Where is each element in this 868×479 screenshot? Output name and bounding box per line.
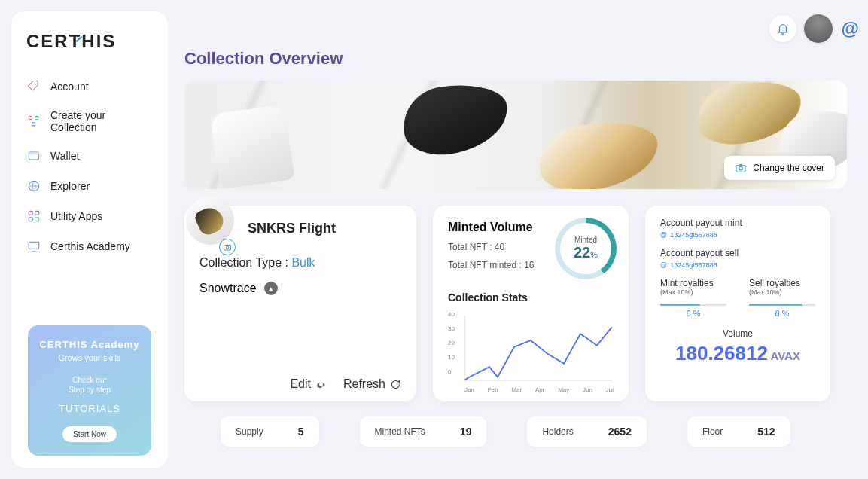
svg-rect-9: [29, 218, 32, 221]
sidebar-item-certhis-academy[interactable]: Certhis Academy: [19, 231, 160, 261]
edit-button[interactable]: Edit: [290, 377, 327, 391]
sidebar-item-label: Account: [50, 81, 89, 93]
svg-rect-7: [29, 211, 32, 215]
svg-point-13: [739, 166, 743, 170]
academy-tutorials: TUTORIALS: [35, 403, 144, 414]
collection-cover: Change the cover: [184, 81, 847, 189]
sidebar-item-label: Create your Collection: [50, 109, 153, 133]
total-minted-row: Total NFT minted : 16: [448, 260, 535, 270]
academy-subtitle: Grows your skills: [35, 353, 144, 362]
academy-promo-card: CERTHIS Academy Grows your skills Check …: [28, 325, 151, 456]
sidebar-item-wallet[interactable]: Wallet: [19, 141, 160, 171]
payout-mint-label: Account payout mint: [660, 218, 815, 228]
camera-icon: [223, 243, 232, 252]
sidebar-item-label: Wallet: [50, 150, 79, 162]
edit-thumbnail-button[interactable]: [219, 239, 236, 255]
mention-icon[interactable]: @: [842, 18, 859, 39]
svg-rect-1: [29, 116, 32, 119]
camera-icon: [735, 162, 747, 174]
collection-type-value: Bulk: [288, 256, 315, 269]
tag-icon: [26, 79, 41, 94]
academy-logo: CERTHIS Academy: [35, 339, 144, 350]
monitor-icon: [26, 239, 41, 254]
sell-royalties: Sell royalties (Max 10%) 8 %: [749, 278, 815, 318]
page-title: Collection Overview: [184, 49, 868, 69]
brand-logo: CERTHIS: [19, 26, 160, 72]
payout-sell-address[interactable]: @13245gt567888: [660, 261, 815, 269]
svg-rect-2: [35, 116, 38, 119]
payout-card: Account payout mint @13245gt567888 Accou…: [645, 206, 830, 401]
svg-rect-3: [32, 123, 35, 126]
svg-point-0: [35, 84, 37, 85]
collection-type-row: Collection Type : Bulk: [199, 256, 401, 270]
sidebar-item-create-collection[interactable]: Create your Collection: [19, 102, 160, 141]
collection-thumbnail: [186, 197, 234, 245]
sidebar-item-label: Explorer: [50, 180, 90, 192]
mini-holders: Holders2652: [527, 416, 647, 447]
sidebar-item-explorer[interactable]: Explorer: [19, 171, 160, 201]
academy-line1: Check our: [35, 376, 144, 384]
mini-floor: Floor512: [687, 416, 790, 447]
payout-sell-label: Account payout sell: [660, 248, 815, 258]
change-cover-label: Change the cover: [753, 163, 824, 173]
academy-start-button[interactable]: Start Now: [62, 426, 117, 442]
svg-point-15: [226, 246, 229, 249]
collection-name: SNKRS Flight: [248, 221, 401, 236]
snowtrace-link[interactable]: Snowtrace ▲: [199, 282, 401, 295]
collection-info-card: SNKRS Flight Collection Type : Bulk Snow…: [184, 206, 416, 401]
change-cover-button[interactable]: Change the cover: [724, 156, 835, 180]
collection-stats-heading: Collection Stats: [448, 291, 614, 304]
payout-mint-address[interactable]: @13245gt567888: [660, 231, 815, 239]
globe-icon: [26, 178, 41, 194]
mint-royalties: Mint royalties (Max 10%) 6 %: [660, 278, 726, 318]
bell-icon: [776, 22, 790, 35]
sidebar-item-label: Utility Apps: [50, 210, 102, 222]
mini-minted-nfts: Minted NFTs19: [360, 416, 487, 447]
mini-supply: Supply5: [221, 416, 319, 447]
sidebar: CERTHIS Account Create your Collection W…: [11, 11, 168, 468]
minted-heading: Minted Volume: [448, 221, 535, 234]
sidebar-nav: Account Create your Collection Wallet Ex…: [19, 72, 160, 261]
minted-donut: Minted 22%: [555, 218, 617, 279]
collection-stats-chart: 403020100 JanFebMarAprMayJunJul: [448, 311, 614, 386]
volume-label: Volume: [660, 328, 815, 339]
svg-rect-11: [29, 242, 38, 249]
total-nft-row: Total NFT : 40: [448, 242, 535, 252]
gear-icon: [315, 379, 327, 390]
refresh-icon: [390, 379, 401, 390]
user-avatar[interactable]: [804, 14, 833, 43]
mini-stats-row: Supply5 Minted NFTs19 Holders2652 Floor5…: [184, 416, 868, 447]
refresh-button[interactable]: Refresh: [343, 377, 401, 391]
sidebar-item-utility-apps[interactable]: Utility Apps: [19, 201, 160, 231]
nodes-icon: [26, 114, 41, 129]
sidebar-item-label: Certhis Academy: [50, 240, 130, 252]
svg-rect-5: [29, 152, 38, 154]
academy-line2: Step by step: [35, 386, 144, 394]
avalanche-icon: ▲: [264, 282, 278, 295]
apps-icon: [26, 209, 41, 224]
topbar: @: [184, 11, 868, 46]
sidebar-item-account[interactable]: Account: [19, 72, 160, 102]
svg-rect-8: [35, 211, 39, 215]
notifications-button[interactable]: [769, 15, 796, 42]
volume-value: 180.26812 AVAX: [660, 342, 815, 365]
main-content: @ Collection Overview Change the cover S…: [184, 11, 868, 447]
svg-rect-10: [35, 218, 39, 221]
minted-volume-card: Minted Volume Total NFT : 40 Total NFT m…: [433, 206, 629, 401]
wallet-icon: [26, 148, 41, 163]
